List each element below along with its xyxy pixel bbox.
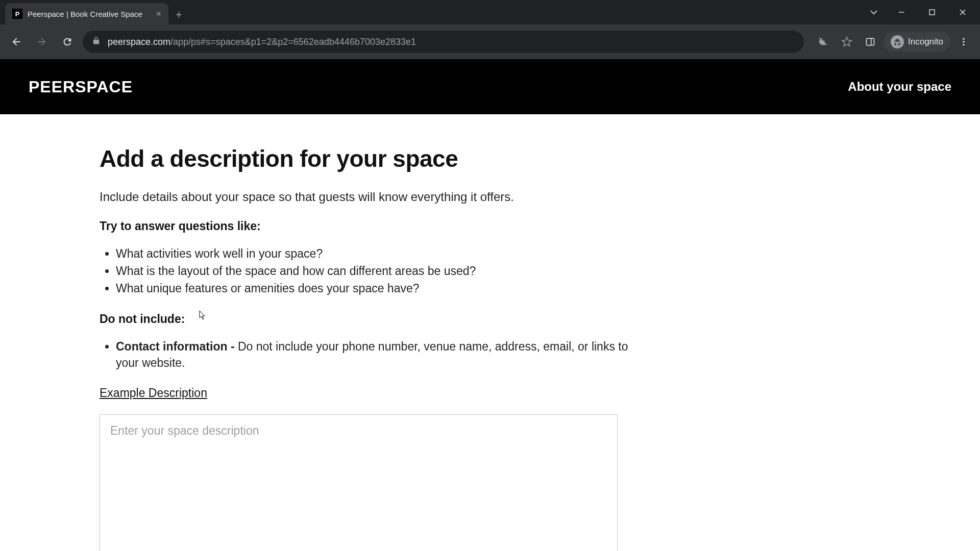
exclude-item-strong: Contact information - — [116, 340, 238, 353]
list-item: What unique features or amenities does y… — [116, 280, 643, 296]
site-header: PEERSPACE About your space — [0, 59, 980, 114]
incognito-label: Incognito — [908, 37, 943, 47]
tab-title: Peerspace | Book Creative Space — [28, 10, 151, 18]
main-content: Add a description for your space Include… — [0, 114, 643, 551]
forward-button[interactable] — [32, 32, 52, 52]
maximize-window-button[interactable] — [918, 2, 946, 22]
tab-strip: P Peerspace | Book Creative Space × + — [0, 0, 980, 24]
side-panel-icon[interactable] — [860, 32, 880, 52]
favicon: P — [12, 9, 22, 19]
svg-point-7 — [963, 41, 964, 42]
viewport[interactable]: PEERSPACE About your space Add a descrip… — [0, 59, 980, 551]
reload-button[interactable] — [57, 32, 78, 52]
back-button[interactable] — [6, 32, 27, 52]
toolbar-right: Incognito — [809, 32, 974, 52]
address-bar[interactable]: peerspace.com/app/ps#s=spaces&p1=2&p2=65… — [83, 31, 804, 53]
intro-text: Include details about your space so that… — [100, 190, 643, 204]
window-controls — [863, 0, 980, 24]
exclude-heading: Do not include: — [100, 312, 643, 326]
browser-toolbar: peerspace.com/app/ps#s=spaces&p1=2&p2=65… — [0, 24, 980, 59]
list-item: What is the layout of the space and how … — [116, 263, 643, 279]
browser-menu-icon[interactable] — [953, 32, 974, 52]
header-section-label: About your space — [848, 80, 951, 94]
list-item: What activities work well in your space? — [116, 245, 643, 262]
close-window-button[interactable] — [948, 2, 977, 22]
bookmark-icon[interactable] — [837, 32, 857, 52]
browser-chrome: P Peerspace | Book Creative Space × + — [0, 0, 980, 59]
incognito-icon — [891, 35, 904, 48]
minimize-window-button[interactable] — [887, 2, 916, 22]
close-tab-icon[interactable]: × — [156, 9, 161, 19]
page-title: Add a description for your space — [100, 145, 643, 172]
new-tab-button[interactable]: + — [168, 5, 189, 24]
list-item: Contact information - Do not include you… — [116, 338, 643, 371]
svg-point-8 — [963, 44, 964, 45]
browser-tab[interactable]: P Peerspace | Book Creative Space × — [5, 3, 168, 24]
tracking-protection-icon[interactable] — [813, 32, 834, 52]
lock-icon — [92, 36, 101, 47]
brand-logo[interactable]: PEERSPACE — [29, 78, 133, 96]
svg-rect-1 — [929, 10, 935, 15]
example-description-link[interactable]: Example Description — [100, 386, 207, 400]
url-text: peerspace.com/app/ps#s=spaces&p1=2&p2=65… — [108, 37, 416, 47]
url-host: peerspace.com — [108, 37, 170, 47]
incognito-badge[interactable]: Incognito — [884, 32, 950, 52]
svg-point-6 — [963, 38, 964, 40]
page: PEERSPACE About your space Add a descrip… — [0, 59, 980, 551]
questions-list: What activities work well in your space?… — [100, 245, 643, 297]
exclude-list: Contact information - Do not include you… — [100, 338, 643, 371]
questions-heading: Try to answer questions like: — [100, 219, 643, 233]
space-description-input[interactable] — [100, 414, 618, 551]
tabs-dropdown-icon[interactable] — [863, 2, 885, 22]
url-path: /app/ps#s=spaces&p1=2&p2=6562eadb4446b70… — [170, 37, 416, 47]
svg-rect-4 — [867, 38, 874, 45]
